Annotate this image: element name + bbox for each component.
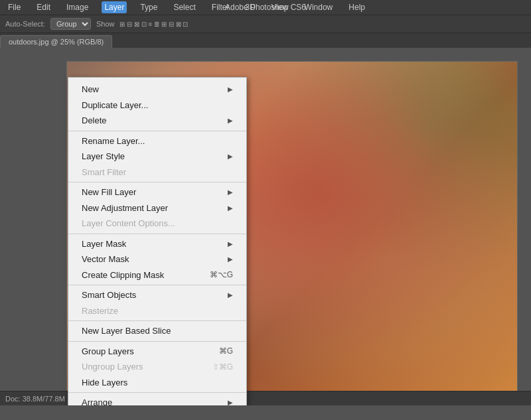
menu-item-group-layers[interactable]: Group Layers ⌘G [68,344,246,360]
submenu-arrow: ▶ [228,115,233,125]
menu-edit[interactable]: Edit [34,1,53,13]
menu-group-6: New Layer Based Slice [68,321,246,342]
menu-group-3: New Fill Layer ▶ New Adjustment Layer ▶ … [68,182,246,234]
submenu-arrow: ▶ [228,290,233,300]
submenu-arrow: ▶ [228,151,233,161]
layer-dropdown-menu: New ▶ Duplicate Layer... Delete ▶ Rename… [68,77,247,405]
menu-help[interactable]: Help [346,1,368,13]
menu-item-ungroup-layers: Ungroup Layers ⇧⌘G [68,359,246,375]
menu-group-2: Rename Layer... Layer Style ▶ Smart Filt… [68,131,246,183]
menu-item-rasterize: Rasterize [68,303,246,319]
menu-item-rename-layer[interactable]: Rename Layer... [68,133,246,149]
doc-info: Doc: 38.8M/77.8M [5,395,65,403]
menu-group-5: Smart Objects ▶ Rasterize [68,285,246,321]
menu-item-arrange[interactable]: Arrange ▶ [68,395,246,405]
menu-item-hide-layers[interactable]: Hide Layers [68,375,246,391]
document-tab-label: outdoors.jpg @ 25% (RGB/8) [9,38,104,46]
menu-item-smart-objects[interactable]: Smart Objects ▶ [68,287,246,303]
menu-window[interactable]: Window [302,1,336,13]
submenu-arrow: ▶ [228,254,233,264]
menu-group-4: Layer Mask ▶ Vector Mask ▶ Create Clippi… [68,234,246,286]
menu-group-1: New ▶ Duplicate Layer... Delete ▶ [68,80,246,131]
menu-image[interactable]: Image [64,1,91,13]
tab-bar: outdoors.jpg @ 25% (RGB/8) [0,33,531,48]
menu-item-vector-mask[interactable]: Vector Mask ▶ [68,251,246,267]
submenu-arrow: ▶ [228,84,233,94]
submenu-arrow: ▶ [228,239,233,249]
menu-item-new-adjustment-layer[interactable]: New Adjustment Layer ▶ [68,200,246,216]
menu-item-layer-mask[interactable]: Layer Mask ▶ [68,236,246,252]
auto-select-dropdown[interactable]: Group Layer [50,18,91,30]
submenu-arrow: ▶ [228,203,233,213]
menu-item-duplicate-layer[interactable]: Duplicate Layer... [68,98,246,113]
menu-group-7: Group Layers ⌘G Ungroup Layers ⇧⌘G Hide … [68,342,246,393]
menu-item-new-layer-based-slice[interactable]: New Layer Based Slice [68,323,246,339]
submenu-arrow: ▶ [228,187,233,197]
menu-layer[interactable]: Layer [102,1,127,13]
top-menu-bar: Adobe Photoshop CS6 File Edit Image Laye… [0,0,531,15]
align-icons: ⊞ ⊟ ⊠ ⊡ ≡ ≣ ⊞ ⊟ ⊠ ⊡ [119,21,188,28]
menu-item-delete[interactable]: Delete ▶ [68,113,246,129]
menu-item-create-clipping-mask[interactable]: Create Clipping Mask ⌘⌥G [68,267,246,283]
app-title: Adobe Photoshop CS6 [225,3,306,12]
menu-item-layer-content-options: Layer Content Options... [68,216,246,232]
menu-item-layer-style[interactable]: Layer Style ▶ [68,149,246,165]
options-bar: Auto-Select: Group Layer Show ⊞ ⊟ ⊠ ⊡ ≡ … [0,15,531,33]
menu-group-8: Arrange ▶ Combine Shapes ▶ [68,393,246,405]
show-label: Show [96,20,115,28]
menu-item-new[interactable]: New ▶ [68,82,246,98]
menu-item-new-fill-layer[interactable]: New Fill Layer ▶ [68,184,246,200]
menu-item-smart-filter: Smart Filter [68,165,246,180]
menu-select[interactable]: Select [171,1,198,13]
menu-type[interactable]: Type [137,1,160,13]
document-tab[interactable]: outdoors.jpg @ 25% (RGB/8) [0,35,112,48]
submenu-arrow: ▶ [228,397,233,405]
auto-select-label: Auto-Select: [5,20,45,28]
menu-file[interactable]: File [5,1,23,13]
canvas-area: New ▶ Duplicate Layer... Delete ▶ Rename… [0,48,531,405]
